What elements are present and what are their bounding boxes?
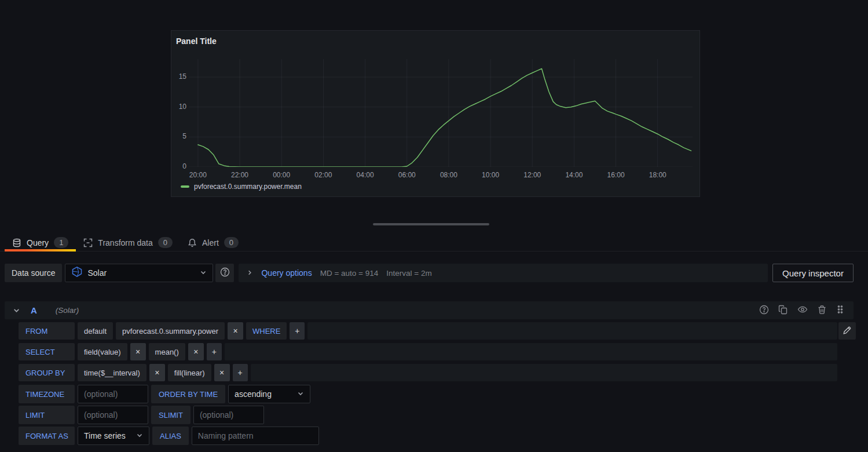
duplicate-query-button[interactable]: [777, 304, 789, 318]
chart-plot-area[interactable]: [189, 59, 693, 167]
from-row: FROM default pvforecast.0.summary.power …: [19, 322, 837, 340]
row-filler: [307, 322, 837, 340]
remove-query-button[interactable]: [816, 304, 828, 318]
datasource-label: Data source: [5, 264, 62, 282]
toggle-visibility-button[interactable]: [796, 303, 809, 318]
select-label: SELECT: [19, 343, 75, 360]
add-group-by-button[interactable]: +: [233, 364, 248, 381]
order-by-time-select[interactable]: ascending: [228, 385, 310, 403]
remove-fill-button[interactable]: ×: [214, 364, 230, 381]
x-tick-label: 00:00: [273, 171, 290, 179]
editor-tabbar: Query 1 Transform data 0 Alert 0: [0, 234, 868, 251]
measurement-segment[interactable]: pvforecast.0.summary.power: [116, 322, 225, 340]
row-filler: [251, 364, 837, 381]
add-where-condition-button[interactable]: +: [290, 322, 305, 340]
from-label: FROM: [19, 322, 75, 340]
transform-icon: [83, 238, 93, 247]
x-tick-label: 22:00: [231, 171, 248, 179]
select-row: SELECT field(value) × mean() × +: [19, 343, 837, 360]
alias-label: ALIAS: [152, 427, 189, 445]
tab-transform-data[interactable]: Transform data 0: [76, 234, 180, 251]
copy-icon: [778, 305, 788, 316]
slimit-label: SLIMIT: [151, 406, 191, 424]
legend-series-label[interactable]: pvforecast.0.summary.power.mean: [194, 183, 302, 191]
limit-label: LIMIT: [19, 406, 75, 424]
remove-group-by-time-button[interactable]: ×: [149, 364, 165, 381]
query-row-header[interactable]: A (Solar): [5, 301, 854, 319]
remove-measurement-button[interactable]: ×: [228, 322, 243, 340]
aggregation-segment[interactable]: mean(): [149, 343, 185, 360]
where-label: WHERE: [246, 322, 287, 340]
collapse-chevron-icon[interactable]: [13, 307, 20, 314]
x-tick-label: 18:00: [649, 171, 666, 179]
datasource-picker[interactable]: Solar: [65, 264, 213, 282]
alias-input[interactable]: [192, 427, 319, 445]
time-series-panel: Panel Title 051015 20:0022:0000:0002:000…: [171, 30, 700, 197]
trash-icon: [817, 305, 827, 316]
drag-dots-icon: [836, 305, 844, 316]
pane-resize-handle[interactable]: [373, 223, 489, 225]
tab-query-label: Query: [27, 238, 49, 247]
order-by-time-value: ascending: [235, 389, 272, 399]
y-tick-label: 15: [171, 72, 186, 81]
group-by-row: GROUP BY time($__interval) × fill(linear…: [19, 364, 837, 381]
format-as-value: Time series: [84, 431, 126, 440]
datasource-value: Solar: [87, 268, 195, 278]
database-icon: [12, 238, 21, 247]
tab-alert[interactable]: Alert 0: [180, 234, 246, 251]
tab-transform-label: Transform data: [98, 238, 152, 247]
datasource-help-button[interactable]: [215, 264, 234, 282]
group-by-label: GROUP BY: [19, 364, 75, 381]
add-select-part-button[interactable]: +: [207, 343, 222, 360]
y-tick-label: 10: [171, 103, 186, 111]
query-help-button[interactable]: [758, 304, 770, 318]
chevron-down-icon: [297, 389, 304, 399]
format-as-row: FORMAT AS Time series ALIAS: [19, 427, 319, 445]
format-as-select[interactable]: Time series: [78, 427, 149, 445]
tab-alert-label: Alert: [202, 238, 219, 247]
query-inspector-button[interactable]: Query inspector: [772, 264, 854, 282]
drag-query-handle[interactable]: [835, 304, 845, 317]
remove-field-button[interactable]: ×: [130, 343, 146, 360]
timezone-label: TIMEZONE: [19, 385, 75, 403]
slimit-input[interactable]: [193, 406, 264, 424]
panel-title[interactable]: Panel Title: [176, 37, 217, 46]
x-tick-label: 02:00: [314, 171, 332, 179]
retention-policy-segment[interactable]: default: [78, 322, 113, 340]
tab-query-count-badge: 1: [54, 237, 68, 248]
chevron-down-icon: [136, 431, 143, 440]
series-line: [198, 69, 691, 167]
tab-query[interactable]: Query 1: [5, 234, 76, 251]
group-by-time-segment[interactable]: time($__interval): [78, 364, 147, 381]
legend-series-dash: [181, 185, 189, 188]
help-circle-icon: [220, 267, 230, 279]
query-ref-id[interactable]: A: [31, 305, 37, 315]
time-series-chart: [189, 59, 693, 167]
query-options-link[interactable]: Query options: [261, 268, 312, 278]
interval-text: Interval = 2m: [386, 269, 431, 278]
legend[interactable]: pvforecast.0.summary.power.mean: [181, 183, 302, 191]
toggle-text-edit-mode-button[interactable]: [838, 322, 856, 340]
influxdb-datasource-icon: [71, 266, 83, 280]
x-tick-label: 14:00: [565, 171, 583, 179]
query-options-bar[interactable]: Query options MD = auto = 914 Interval =…: [239, 264, 768, 282]
x-tick-label: 06:00: [398, 171, 416, 179]
chevron-right-icon: [247, 268, 253, 278]
timezone-row: TIMEZONE ORDER BY TIME ascending: [19, 385, 310, 403]
y-tick-label: 0: [171, 162, 186, 170]
x-tick-label: 16:00: [607, 171, 625, 179]
field-segment[interactable]: field(value): [78, 343, 127, 360]
row-filler: [225, 343, 837, 360]
x-tick-label: 20:00: [189, 171, 207, 179]
datasource-toolbar: Data source Solar Query options MD =: [5, 264, 854, 282]
y-tick-label: 5: [171, 132, 186, 140]
pencil-icon: [843, 326, 852, 337]
remove-aggregation-button[interactable]: ×: [188, 343, 204, 360]
timezone-input[interactable]: [78, 385, 148, 403]
eye-icon: [797, 304, 808, 316]
grafana-panel-editor: { "panel": { "title": "Panel Title" }, "…: [0, 0, 868, 452]
order-by-time-label: ORDER BY TIME: [151, 385, 225, 403]
x-tick-label: 10:00: [482, 171, 499, 179]
limit-input[interactable]: [78, 406, 148, 424]
fill-segment[interactable]: fill(linear): [168, 364, 211, 381]
